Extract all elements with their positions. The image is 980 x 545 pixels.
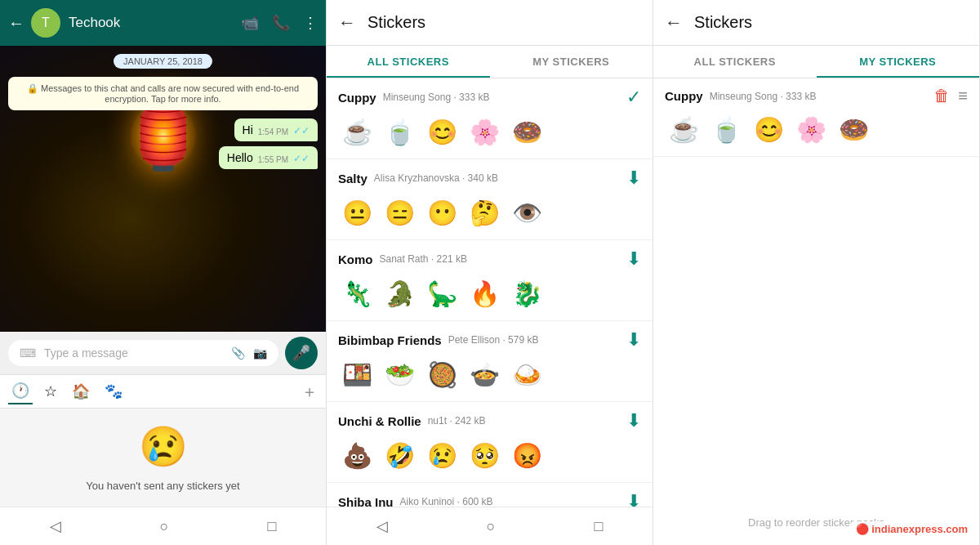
sticker-thumbnail[interactable]: 🥗 [381,355,418,393]
sticker-thumbnail[interactable]: ☕ [338,113,376,150]
chat-body: 🏮 JANUARY 25, 2018 🔒 Messages to this ch… [0,46,326,332]
tab-all-stickers[interactable]: ALL STICKERS [327,46,490,78]
sticker-thumbnail[interactable]: 🌸 [466,113,503,150]
sticker-preview-row: 😐😑😶🤔👁️ [338,194,641,231]
sticker-content-area: 😢 You haven't sent any stickers yet [0,409,326,507]
home-nav-button[interactable]: ○ [144,515,185,538]
sticker-thumbnail[interactable]: ☕ [665,110,702,148]
sticker-thumbnail[interactable]: 🥘 [423,355,461,393]
sticker-thumbnail[interactable]: 🌸 [792,110,830,148]
sticker-thumbnail[interactable]: 🔥 [466,275,503,312]
sticker-thumbnail[interactable]: 🤔 [466,194,503,231]
input-placeholder[interactable]: Type a message [44,346,223,360]
recents-nav-button[interactable]: □ [252,515,293,538]
sticker-thumbnail[interactable]: 😢 [423,436,461,474]
header-icons: 📹 📞 ⋮ [241,14,318,32]
sticker-pack-header: Bibimbap FriendsPete Ellison · 579 kB⬇ [338,329,641,351]
reorder-pack-icon[interactable]: ≡ [958,87,968,105]
sticker-thumbnail[interactable]: 😑 [381,194,418,231]
more-options-icon[interactable]: ⋮ [303,14,318,32]
pack-checkmark-icon[interactable]: ✓ [626,87,641,108]
all-stickers-panel: ← Stickers ALL STICKERS MY STICKERS Cupp… [327,0,653,545]
sticker-preview-row: 🦎🐊🦕🔥🐉 [338,275,641,312]
recent-stickers-tab[interactable]: 🕐 [8,378,33,404]
pack-meta: Aiko Kuninoi · 600 kB [400,496,493,507]
bottom-nav: ◁ ○ □ [0,507,326,545]
sticker-pack-header: SaltyAlisa Kryzhanovska · 340 kB⬇ [338,168,641,189]
pack-meta: Pete Ellison · 579 kB [448,334,539,346]
encryption-notice[interactable]: 🔒 Messages to this chat and calls are no… [8,77,318,110]
call-icon[interactable]: 📞 [272,14,290,32]
pack-download-icon[interactable]: ⬇ [626,410,641,431]
recents-nav-button[interactable]: □ [578,515,620,538]
back-nav-button[interactable]: ◁ [360,514,404,538]
sticker-tray-tabs: 🕐 ☆ 🏠 🐾 ＋ [0,375,326,409]
favorite-stickers-tab[interactable]: ☆ [41,379,60,404]
pack-name: Cuppy [338,91,376,105]
sticker-pack-item: Shiba InuAiko Kuninoi · 600 kB⬇🐕🦊🐶🐾🐩 [327,483,653,507]
pack-name: Shiba Inu [338,495,394,507]
sticker-thumbnail[interactable]: 😶 [423,194,461,231]
sticker-thumbnail[interactable]: 👁️ [508,194,546,231]
delete-pack-icon[interactable]: 🗑 [933,87,950,105]
back-nav-button[interactable]: ◁ [33,514,78,538]
sticker-thumbnail[interactable]: 😊 [423,113,461,150]
add-stickers-button[interactable]: ＋ [301,381,318,403]
pack-download-icon[interactable]: ⬇ [626,491,641,507]
contact-name: Techook [69,15,241,31]
sticker-thumbnail[interactable]: 🤣 [381,436,418,474]
sticker-thumbnail[interactable]: 🍵 [707,110,745,148]
chat-header: ← T Techook 📹 📞 ⋮ [0,0,326,46]
sticker-thumbnail[interactable]: 😐 [338,194,376,231]
sticker-thumbnail[interactable]: 🍩 [508,113,546,150]
chat-input-area: ⌨ Type a message 📎 📷 🎤 [0,332,326,374]
message-hello: Hello 1:55 PM ✓✓ [219,146,318,169]
video-call-icon[interactable]: 📹 [241,14,259,32]
pack-meta: Minseung Song · 333 kB [710,91,817,102]
pack-name: Salty [338,172,368,185]
sticker-thumbnail[interactable]: 🍲 [466,355,503,393]
sticker-thumbnail[interactable]: 🍛 [508,355,546,393]
sticker-pack-item: SaltyAlisa Kryzhanovska · 340 kB⬇😐😑😶🤔👁️ [327,159,653,240]
pack-name: Unchi & Rollie [338,414,421,428]
attach-icon[interactable]: 📎 [231,346,245,360]
sticker-pack-item: KomoSanat Rath · 221 kB⬇🦎🐊🦕🔥🐉 [327,240,653,321]
sticker-thumbnail[interactable]: 🦎 [338,275,376,312]
pack-meta: Sanat Rath · 221 kB [380,253,467,265]
downloaded-stickers-tab[interactable]: 🏠 [69,379,93,404]
sticker-thumbnail[interactable]: 🍵 [381,113,418,150]
tab-my-stickers[interactable]: MY STICKERS [817,46,980,78]
sticker-pack-item: Bibimbap FriendsPete Ellison · 579 kB⬇🍱🥗… [327,321,653,402]
watermark-text: indianexpress.com [871,523,968,535]
tab-my-stickers[interactable]: MY STICKERS [490,46,653,78]
home-nav-button[interactable]: ○ [470,515,512,538]
pack-download-icon[interactable]: ⬇ [626,329,641,351]
sticker-thumbnail[interactable]: 💩 [338,436,376,474]
message-time: 1:55 PM [258,155,288,164]
back-button[interactable]: ← [338,12,356,34]
keyboard-icon[interactable]: ⌨ [20,346,36,360]
pack-name: Cuppy [665,89,703,103]
tab-all-stickers[interactable]: ALL STICKERS [653,46,817,78]
pack-download-icon[interactable]: ⬇ [626,248,641,270]
pack-download-icon[interactable]: ⬇ [626,168,641,189]
pack-meta: Alisa Kryzhanovska · 340 kB [374,172,498,184]
sticker-thumbnail[interactable]: 🍱 [338,355,376,393]
back-button[interactable]: ← [665,12,683,34]
sticker-thumbnail[interactable]: 🦕 [423,275,461,312]
sticker-thumbnail[interactable]: 🐉 [508,275,546,312]
message-time: 1:54 PM [258,127,288,136]
sticker-thumbnail[interactable]: 🍩 [835,110,872,148]
sticker-pack-header: CuppyMinseung Song · 333 kB✓ [338,87,641,108]
sticker-thumbnail[interactable]: 😡 [508,436,546,474]
sticker-thumbnail[interactable]: 🐊 [381,275,418,312]
back-button[interactable]: ← [8,14,24,33]
sticker-thumbnail[interactable]: 😊 [750,110,787,148]
chat-input-box: ⌨ Type a message 📎 📷 [8,340,278,366]
camera-icon[interactable]: 📷 [253,346,267,360]
message-text: Hello [227,151,253,164]
sticker-thumbnail[interactable]: 🥺 [466,436,503,474]
sticker-pack-header: Shiba InuAiko Kuninoi · 600 kB⬇ [338,491,641,507]
sticker-pack-icon[interactable]: 🐾 [101,379,126,404]
mic-button[interactable]: 🎤 [285,337,318,369]
